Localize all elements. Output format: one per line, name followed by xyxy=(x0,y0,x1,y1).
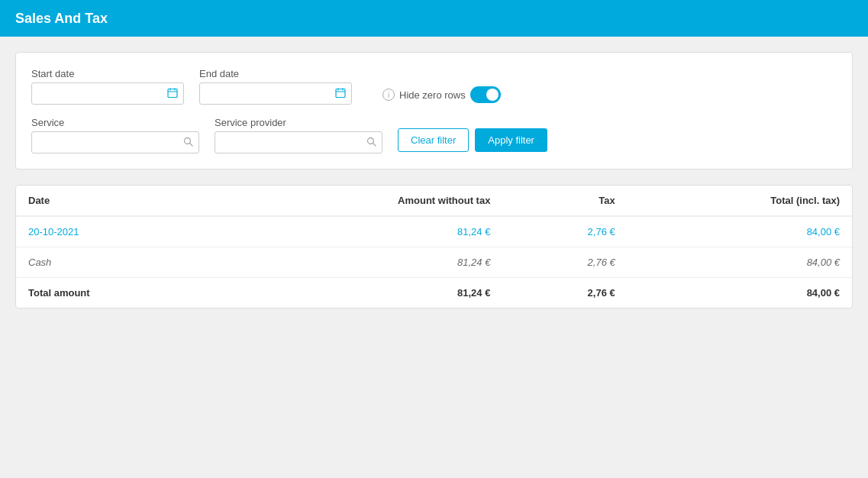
col-date: Date xyxy=(16,186,222,216)
hide-zero-rows-group: i Hide zero rows xyxy=(382,86,501,105)
row-total: 84,00 € xyxy=(628,247,852,278)
service-search-icon xyxy=(183,137,193,149)
end-date-label: End date xyxy=(199,68,352,79)
filter-buttons: Clear filter Apply filter xyxy=(398,128,547,153)
row-tax: 2,76 € xyxy=(502,247,627,278)
end-date-calendar-icon[interactable] xyxy=(335,87,346,100)
service-input[interactable] xyxy=(31,131,199,153)
start-date-label: Start date xyxy=(31,68,184,79)
filter-row-service: Service Service provider xyxy=(31,117,837,153)
sales-tax-table: Date Amount without tax Tax Total (incl.… xyxy=(16,186,852,308)
start-date-wrapper: 13-10-2021 xyxy=(31,82,184,105)
service-provider-group: Service provider xyxy=(215,117,382,153)
apply-filter-button[interactable]: Apply filter xyxy=(475,128,547,152)
end-date-group: End date 20-10-2021 xyxy=(199,68,352,105)
start-date-calendar-icon[interactable] xyxy=(167,87,178,100)
start-date-group: Start date 13-10-2021 xyxy=(31,68,184,105)
svg-line-9 xyxy=(190,143,193,146)
start-date-input[interactable]: 13-10-2021 xyxy=(31,82,184,105)
service-input-wrapper xyxy=(31,131,199,153)
filter-row-dates: Start date 13-10-2021 End date xyxy=(31,68,837,105)
service-label: Service xyxy=(31,117,199,128)
end-date-wrapper: 20-10-2021 xyxy=(199,82,352,105)
table-row: 20-10-2021 81,24 € 2,76 € 84,00 € xyxy=(16,216,852,247)
clear-filter-button[interactable]: Clear filter xyxy=(398,128,469,152)
filter-card: Start date 13-10-2021 End date xyxy=(15,52,853,170)
service-provider-search-icon xyxy=(366,137,376,149)
col-tax: Tax xyxy=(502,186,627,216)
svg-line-11 xyxy=(373,143,376,146)
service-group: Service xyxy=(31,117,199,153)
col-total: Total (incl. tax) xyxy=(628,186,852,216)
page-content: Start date 13-10-2021 End date xyxy=(0,37,868,324)
end-date-input[interactable]: 20-10-2021 xyxy=(199,82,352,105)
info-icon: i xyxy=(382,89,395,101)
total-tax: 2,76 € xyxy=(502,278,627,308)
total-amount: 81,24 € xyxy=(222,278,502,308)
svg-rect-0 xyxy=(168,89,177,97)
total-total: 84,00 € xyxy=(628,278,852,308)
table-body: 20-10-2021 81,24 € 2,76 € 84,00 € Cash 8… xyxy=(16,216,852,308)
row-total: 84,00 € xyxy=(628,216,852,247)
total-label: Total amount xyxy=(16,278,222,308)
service-provider-input[interactable] xyxy=(215,131,382,153)
row-date: Cash xyxy=(16,247,222,278)
table-total-row: Total amount 81,24 € 2,76 € 84,00 € xyxy=(16,278,852,308)
table-header-row: Date Amount without tax Tax Total (incl.… xyxy=(16,186,852,216)
hide-zero-toggle[interactable] xyxy=(470,86,501,103)
row-amount: 81,24 € xyxy=(222,216,502,247)
data-table: Date Amount without tax Tax Total (incl.… xyxy=(15,185,853,308)
table-header: Date Amount without tax Tax Total (incl.… xyxy=(16,186,852,216)
app-title: Sales And Tax xyxy=(15,11,108,27)
svg-rect-4 xyxy=(336,89,345,97)
service-provider-input-wrapper xyxy=(215,131,382,153)
table-row: Cash 81,24 € 2,76 € 84,00 € xyxy=(16,247,852,278)
service-provider-label: Service provider xyxy=(215,117,382,128)
toggle-slider xyxy=(470,86,501,103)
row-tax: 2,76 € xyxy=(502,216,627,247)
row-amount: 81,24 € xyxy=(222,247,502,278)
app-header: Sales And Tax xyxy=(0,0,868,37)
row-date: 20-10-2021 xyxy=(16,216,222,247)
hide-zero-label: Hide zero rows xyxy=(399,89,466,101)
col-amount: Amount without tax xyxy=(222,186,502,216)
